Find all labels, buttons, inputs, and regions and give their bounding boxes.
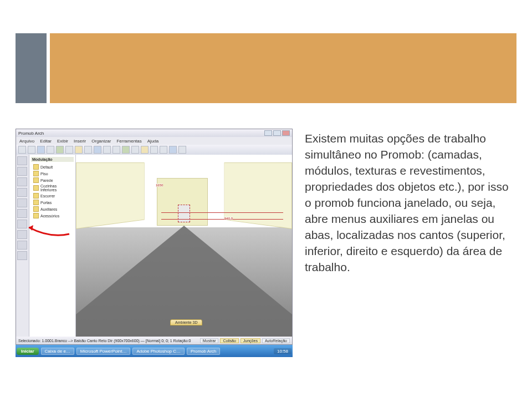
taskbar-item[interactable]: Caixa de e…	[41, 348, 74, 355]
status-text: Selecionado: 1.0001.Branco --> Balcão Ca…	[18, 339, 191, 343]
wall-left	[76, 162, 145, 229]
promob-window: Promob Arch Arquivo Editar Exibir Inseri…	[16, 129, 293, 345]
close-button[interactable]	[282, 130, 290, 136]
dimension-label: 1650	[156, 184, 163, 187]
app-screenshot: Promob Arch Arquivo Editar Exibir Inseri…	[16, 129, 293, 365]
taskbar-item[interactable]: Adobe Photoshop C…	[132, 348, 185, 355]
toolbar-icon[interactable]	[75, 146, 83, 154]
toolbar-icon[interactable]	[28, 146, 35, 154]
tree-item[interactable]: Portas	[31, 199, 74, 206]
taskbar-item[interactable]: Promob Arch	[187, 348, 220, 355]
menu-item[interactable]: Arquivo	[19, 139, 34, 144]
vertical-toolbox	[16, 155, 29, 337]
side-tool-icon[interactable]	[17, 220, 27, 228]
toolbar-icon[interactable]	[56, 146, 64, 154]
start-label: Iniciar	[21, 349, 34, 354]
tree-header: Modulação	[31, 157, 74, 162]
window-titlebar: Promob Arch	[16, 129, 292, 137]
side-tool-icon[interactable]	[17, 156, 27, 165]
3d-viewport[interactable]: 1650 940,0 Ambiente 3D	[76, 155, 292, 337]
status-button[interactable]: Mostrar	[200, 338, 219, 343]
tree-item[interactable]: Default	[31, 164, 74, 170]
toolbar-icon[interactable]	[169, 146, 177, 154]
taskbar-item[interactable]: Microsoft PowerPoint…	[76, 348, 131, 355]
menu-item[interactable]: Organizar	[91, 139, 111, 144]
body-paragraph: Existem muitas opções de trabalho simult…	[305, 131, 513, 276]
dimension-label: 940,0	[224, 217, 233, 220]
menubar: Arquivo Editar Exibir Inserir Organizar …	[16, 137, 292, 145]
menu-item[interactable]: Ajuda	[147, 139, 158, 144]
header-banner	[16, 21, 516, 103]
toolbar-icon[interactable]	[65, 146, 73, 154]
status-bar: Selecionado: 1.0001.Branco --> Balcão Ca…	[16, 337, 292, 344]
side-tool-icon[interactable]	[17, 188, 27, 197]
main-toolbar	[16, 145, 292, 155]
banner-accent-block	[16, 33, 47, 103]
tree-item[interactable]: Piso	[31, 170, 74, 177]
menu-item[interactable]: Inserir	[74, 139, 86, 144]
tree-item[interactable]: Cozinhas Inferiores	[31, 184, 74, 192]
side-tool-icon[interactable]	[17, 177, 27, 186]
toolbar-icon[interactable]	[103, 146, 111, 154]
slide-body-text: Existem muitas opções de trabalho simult…	[305, 129, 516, 365]
window-control-buttons	[264, 130, 290, 136]
module-tree-panel: Modulação Default Piso Parede Cozinhas I…	[29, 155, 76, 337]
side-tool-icon[interactable]	[17, 209, 27, 218]
toolbar-icon[interactable]	[178, 146, 186, 154]
toolbar-icon[interactable]	[150, 146, 158, 154]
side-tool-icon[interactable]	[17, 198, 27, 207]
menu-item[interactable]: Exibir	[57, 139, 68, 144]
toolbar-icon[interactable]	[122, 146, 130, 154]
status-button[interactable]: Colisão	[220, 338, 238, 343]
selected-module[interactable]	[178, 205, 190, 222]
minimize-button[interactable]	[264, 130, 272, 136]
toolbar-icon[interactable]	[84, 146, 92, 154]
content-row: Promob Arch Arquivo Editar Exibir Inseri…	[16, 129, 516, 365]
tree-item[interactable]: Escorrer	[31, 192, 74, 199]
toolbar-icon[interactable]	[112, 146, 120, 154]
windows-taskbar: Iniciar Caixa de e… Microsoft PowerPoint…	[16, 345, 293, 357]
system-tray-clock[interactable]: 10:58	[274, 348, 291, 354]
status-button[interactable]: Junções	[241, 338, 260, 343]
viewport-tab[interactable]: Ambiente 3D	[170, 319, 202, 325]
banner-main-block	[50, 33, 516, 103]
toolbar-icon[interactable]	[37, 146, 45, 154]
viewport-tabs: Ambiente 3D	[170, 318, 226, 325]
toolbar-icon[interactable]	[131, 146, 139, 154]
side-tool-icon[interactable]	[17, 251, 27, 260]
tree-item[interactable]: Acessórios	[31, 212, 74, 219]
tree-item[interactable]: Parede	[31, 177, 74, 184]
side-tool-icon[interactable]	[17, 241, 27, 250]
toolbar-icon[interactable]	[18, 146, 26, 154]
maximize-button[interactable]	[273, 130, 281, 136]
status-button[interactable]: AutoRelação	[262, 338, 290, 343]
menu-item[interactable]: Ferramentas	[116, 139, 141, 144]
toolbar-icon[interactable]	[160, 146, 167, 154]
start-button[interactable]: Iniciar	[17, 348, 39, 355]
side-tool-icon[interactable]	[17, 167, 27, 176]
toolbar-icon[interactable]	[47, 146, 54, 154]
tree-item[interactable]: Auxiliares	[31, 206, 74, 212]
toolbar-icon[interactable]	[94, 146, 101, 154]
toolbar-icon[interactable]	[141, 146, 149, 154]
dimension-line	[161, 219, 283, 220]
dimension-line	[161, 212, 283, 213]
side-tool-icon[interactable]	[17, 230, 27, 239]
window-title: Promob Arch	[18, 131, 44, 136]
menu-item[interactable]: Editar	[40, 139, 52, 144]
